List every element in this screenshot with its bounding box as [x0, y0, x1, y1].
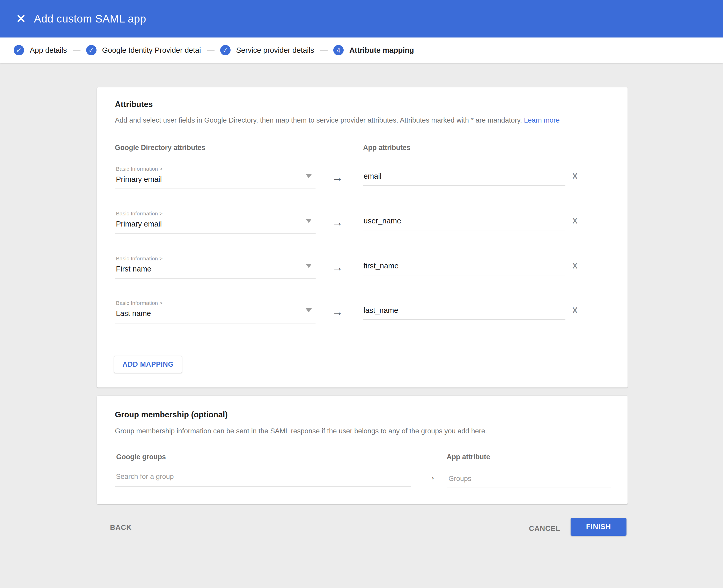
- step-label: Attribute mapping: [349, 46, 414, 55]
- attributes-description: Add and select user fields in Google Dir…: [115, 117, 560, 124]
- group-membership-card: Group membership (optional) Group member…: [97, 395, 628, 504]
- step-check-icon: ✓: [220, 45, 230, 55]
- dropdown-arrow-icon: [306, 174, 312, 178]
- delete-mapping-icon[interactable]: ✕: [572, 216, 578, 226]
- directory-attribute-value: First name: [116, 265, 152, 273]
- attribute-category-label: Basic Information >: [116, 300, 162, 306]
- dropdown-arrow-icon: [306, 264, 312, 268]
- dropdown-arrow-icon: [306, 219, 312, 223]
- mapping-row: Basic Information > First name → ✕: [97, 255, 627, 300]
- arrow-right-icon: →: [332, 306, 343, 318]
- step-divider: [320, 50, 327, 51]
- arrow-right-icon: →: [425, 470, 436, 483]
- attributes-title: Attributes: [115, 100, 153, 109]
- arrow-right-icon: →: [332, 171, 343, 184]
- select-underline: [115, 278, 316, 279]
- app-attribute-input[interactable]: [363, 262, 565, 275]
- directory-attribute-value: Primary email: [116, 175, 162, 184]
- directory-attribute-value: Primary email: [116, 220, 162, 228]
- mapping-row: Basic Information > Primary email → ✕: [97, 210, 627, 255]
- app-attribute-input[interactable]: [363, 217, 565, 230]
- directory-attributes-column-header: Google Directory attributes: [115, 144, 205, 152]
- app-attribute-column-header: App attribute: [447, 453, 490, 461]
- cancel-button[interactable]: CANCEL: [529, 524, 560, 533]
- step-divider: [207, 50, 215, 51]
- step-label: Google Identity Provider details: [102, 46, 201, 55]
- learn-more-link[interactable]: Learn more: [524, 117, 560, 124]
- wizard-stepper: ✓ App details ✓ Google Identity Provider…: [0, 38, 723, 63]
- step-label: Service provider details: [236, 46, 314, 55]
- group-membership-description: Group membership information can be sent…: [115, 427, 487, 435]
- app-attribute-input[interactable]: [363, 172, 565, 186]
- dropdown-arrow-icon: [306, 308, 312, 312]
- directory-attribute-value: Last name: [116, 309, 151, 318]
- close-icon[interactable]: ✕: [14, 13, 28, 25]
- delete-mapping-icon[interactable]: ✕: [572, 305, 578, 315]
- step-divider: [73, 50, 80, 51]
- dialog-title: Add custom SAML app: [34, 13, 146, 25]
- back-button[interactable]: BACK: [110, 523, 132, 532]
- step-app-details[interactable]: ✓ App details: [14, 45, 67, 55]
- attributes-description-text: Add and select user fields in Google Dir…: [115, 117, 522, 124]
- step-attribute-mapping[interactable]: 4 Attribute mapping: [333, 45, 414, 55]
- app-attributes-column-header: App attributes: [363, 144, 410, 152]
- arrow-right-icon: →: [332, 261, 343, 274]
- step-label: App details: [30, 46, 67, 55]
- group-membership-title: Group membership (optional): [115, 410, 228, 419]
- finish-button[interactable]: FINISH: [570, 518, 626, 536]
- titlebar: ✕ Add custom SAML app: [0, 0, 723, 38]
- attribute-category-label: Basic Information >: [116, 166, 162, 172]
- step-number-icon: 4: [333, 45, 344, 55]
- step-google-idp-details[interactable]: ✓ Google Identity Provider details: [86, 45, 201, 55]
- select-underline: [115, 233, 316, 234]
- delete-mapping-icon[interactable]: ✕: [572, 171, 578, 181]
- select-underline: [115, 323, 316, 323]
- arrow-right-icon: →: [332, 216, 343, 229]
- step-check-icon: ✓: [14, 45, 24, 55]
- google-groups-column-header: Google groups: [116, 453, 166, 461]
- add-mapping-button[interactable]: ADD MAPPING: [114, 356, 182, 373]
- attributes-card: Attributes Add and select user fields in…: [97, 87, 628, 387]
- mapping-row: Basic Information > Last name → ✕: [97, 300, 627, 345]
- group-search-input[interactable]: [115, 473, 411, 487]
- step-check-icon: ✓: [86, 45, 97, 55]
- app-attribute-input[interactable]: [363, 306, 565, 320]
- mapping-row: Basic Information > Primary email → ✕: [97, 166, 627, 211]
- attribute-category-label: Basic Information >: [116, 255, 162, 262]
- groups-app-attribute-input[interactable]: [447, 475, 611, 487]
- delete-mapping-icon[interactable]: ✕: [572, 261, 578, 271]
- select-underline: [115, 189, 316, 189]
- attribute-category-label: Basic Information >: [116, 210, 162, 217]
- add-custom-saml-app-dialog: ✕ Add custom SAML app ✓ App details ✓ Go…: [0, 0, 723, 588]
- step-service-provider-details[interactable]: ✓ Service provider details: [220, 45, 314, 55]
